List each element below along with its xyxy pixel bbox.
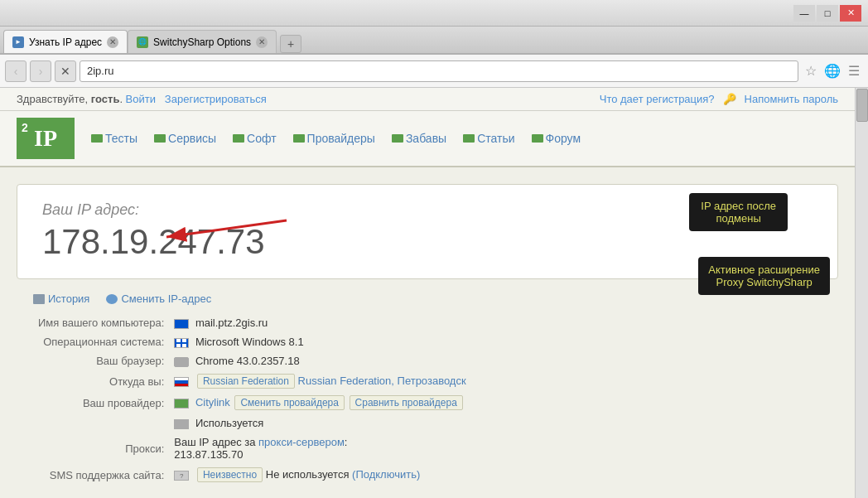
row-label: Имя вашего компьютера:	[33, 313, 169, 332]
nav-links: Тесты Сервисы Софт Провайдеры Забавы Ста…	[91, 132, 581, 145]
row-label	[33, 413, 169, 433]
sms-status: Не используется	[266, 468, 352, 481]
menu-icon[interactable]: ☰	[845, 62, 863, 80]
scrollbar-thumb[interactable]	[856, 89, 868, 122]
nav-testy[interactable]: Тесты	[91, 132, 137, 145]
star-icon[interactable]: ☆	[802, 62, 820, 80]
reload-button[interactable]: ✕	[55, 60, 76, 82]
sms-connect-link[interactable]: (Подключить)	[352, 468, 420, 481]
table-row: Ваш провайдер: Citylink Сменить провайде…	[33, 392, 530, 413]
row-value: ? Неизвестно Не используется (Подключить…	[169, 464, 530, 486]
row-value: Microsoft Windows 8.1	[169, 332, 530, 351]
flag-icon-ru	[174, 377, 189, 387]
history-icon	[33, 294, 45, 304]
window-titlebar: — □ ✕	[0, 0, 868, 27]
table-row: Прокси: Ваш IP адрес за прокси-сервером:…	[33, 433, 530, 464]
site-header: Здравствуйте, гость. Войти Зарегистриров…	[0, 88, 855, 111]
red-arrow-svg	[158, 208, 291, 249]
flag-icon-sms: ?	[174, 471, 189, 481]
tab-close-1[interactable]: ✕	[107, 36, 118, 48]
nav-icon-soft	[233, 134, 244, 143]
login-link[interactable]: Войти	[126, 93, 156, 105]
location-link[interactable]: Russian Federation, Петрозаводск	[298, 375, 466, 387]
proxy-link[interactable]: прокси-сервером	[258, 436, 345, 448]
svg-line-1	[166, 220, 287, 237]
maximize-button[interactable]: □	[817, 5, 838, 22]
change-provider-btn[interactable]: Сменить провайдера	[234, 395, 345, 410]
back-button[interactable]: ‹	[5, 60, 27, 82]
svg-rect-5	[182, 344, 186, 347]
used-label: Используется	[195, 417, 264, 429]
guest-label: гость	[91, 93, 120, 105]
window-controls: — □ ✕	[793, 5, 861, 22]
nav-icon-servisy	[154, 134, 166, 143]
row-value: mail.ptz.2gis.ru	[169, 313, 530, 332]
tab-close-2[interactable]: ✕	[256, 36, 268, 48]
tab-label-1: Узнать IP адрес	[29, 36, 102, 48]
register-link[interactable]: Зарегистрироваться	[165, 93, 267, 105]
nav-icon-providers	[293, 134, 305, 143]
flag-icon-used	[174, 419, 189, 429]
remind-link[interactable]: Напомнить пароль	[745, 93, 838, 105]
logo-ip: IP	[34, 125, 57, 152]
tooltip-line2: Proxy SwitchySharp	[716, 276, 813, 288]
row-label: Прокси:	[33, 433, 169, 464]
nav-forum[interactable]: Форум	[532, 132, 581, 145]
row-value: Chrome 43.0.2357.18	[169, 351, 530, 370]
site-logo[interactable]: 2 IP	[17, 118, 75, 159]
close-button[interactable]: ✕	[840, 5, 861, 22]
nav-soft[interactable]: Софт	[233, 132, 277, 145]
change-ip-link[interactable]: Сменить IP-адрес	[106, 293, 211, 305]
compare-provider-btn[interactable]: Сравнить провайдера	[350, 395, 463, 410]
address-input[interactable]	[80, 60, 798, 82]
nav-icon-forum	[532, 134, 543, 143]
tooltip-line1: Активное расширение	[708, 264, 820, 276]
header-greeting: Здравствуйте, гость. Войти Зарегистриров…	[17, 93, 267, 105]
sms-unknown-badge: Неизвестно	[197, 467, 263, 482]
nav-providers[interactable]: Провайдеры	[293, 132, 375, 145]
svg-rect-4	[176, 344, 181, 347]
row-value: Russian Federation Russian Federation, П…	[169, 370, 530, 392]
row-label: Ваш провайдер:	[33, 392, 169, 413]
info-section: История Сменить IP-адрес Имя вашего комп…	[17, 293, 838, 486]
row-label: SMS поддержка сайта:	[33, 464, 169, 486]
tooltip-switchysharp: Активное расширение Proxy SwitchySharp	[698, 257, 830, 295]
header-links: Что дает регистрация? 🔑 Напомнить пароль	[600, 93, 838, 105]
row-label: Операционная система:	[33, 332, 169, 351]
new-tab-button[interactable]: +	[280, 35, 301, 53]
minimize-button[interactable]: —	[793, 5, 815, 22]
row-value: Ваш IP адрес за прокси-сервером:213.87.1…	[169, 433, 530, 464]
page-inner: Здравствуйте, гость. Войти Зарегистриров…	[0, 88, 855, 498]
ip-tooltip: IP адрес после подмены	[689, 193, 788, 231]
greeting-text: Здравствуйте,	[17, 93, 91, 105]
nav-icon-stati	[463, 134, 475, 143]
table-row: Ваш браузер: Chrome 43.0.2357.18	[33, 351, 530, 370]
ip-tooltip-container: IP адрес после подмены	[689, 193, 788, 231]
table-row: Откуда вы: Russian Federation Russian Fe…	[33, 370, 530, 392]
info-table: Имя вашего компьютера: mail.ptz.2gis.ru …	[33, 313, 530, 486]
tab-uznat-ip[interactable]: ► Узнать IP адрес ✕	[3, 30, 128, 53]
globe-icon[interactable]: 🌐	[823, 62, 841, 80]
nav-servisy[interactable]: Сервисы	[154, 132, 216, 145]
table-row: Используется	[33, 413, 530, 433]
table-row: Операционная система: Microsoft Windows …	[33, 332, 530, 351]
nav-stati[interactable]: Статьи	[463, 132, 514, 145]
page-content: Здравствуйте, гость. Войти Зарегистриров…	[0, 88, 868, 498]
site-nav: 2 IP Тесты Сервисы Софт Провайдеры Забав…	[0, 111, 855, 167]
location-flag-badge: Russian Federation	[197, 374, 295, 389]
flag-icon-provider	[174, 399, 189, 409]
tab-switchysharp[interactable]: 🌐 SwitchySharp Options ✕	[128, 30, 277, 53]
svg-rect-2	[176, 339, 181, 342]
tab-label-2: SwitchySharp Options	[153, 36, 251, 48]
change-ip-label: Сменить IP-адрес	[121, 293, 211, 305]
history-link[interactable]: История	[33, 293, 89, 305]
forward-button[interactable]: ›	[30, 60, 51, 82]
change-ip-icon	[106, 294, 118, 304]
register-info-link[interactable]: Что дает регистрация?	[600, 93, 715, 105]
proxy-text: Ваш IP адрес за прокси-сервером:213.87.1…	[174, 436, 347, 461]
provider-name[interactable]: Citylink	[195, 396, 230, 409]
os-name: Microsoft Windows 8.1	[195, 336, 304, 348]
scrollbar[interactable]	[855, 88, 868, 498]
history-label: История	[48, 293, 89, 305]
nav-zabavi[interactable]: Забавы	[392, 132, 446, 145]
